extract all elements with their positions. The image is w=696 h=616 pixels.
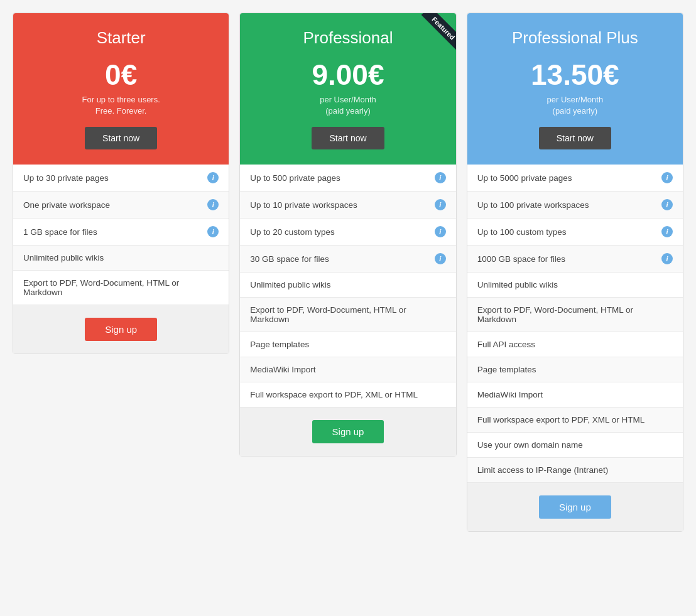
starter-features: Up to 30 private pages i One private wor… [13,165,229,305]
starter-feature-2: One private workspace i [13,192,229,219]
plus-feature-9-text: MediaWiki Import [477,390,673,399]
plus-feature-3: Up to 100 custom types i [467,219,683,246]
featured-badge-label: Featured [421,13,455,50]
plus-feature-1-text: Up to 5000 private pages [477,173,656,183]
info-icon-plus-4[interactable]: i [661,253,673,264]
starter-feature-5: Export to PDF, Word-Document, HTML or Ma… [13,271,229,305]
plus-feature-12-text: Limit access to IP-Range (Intranet) [477,465,673,475]
starter-feature-4-text: Unlimited public wikis [23,253,219,262]
professional-feature-4-text: 30 GB space for files [250,254,429,264]
professional-feature-7-text: Page templates [250,340,445,349]
plus-feature-11-text: Use your own domain name [477,440,673,450]
plan-professional-plus: Professional Plus 13.50€ per User/Month(… [467,13,683,532]
starter-header: Starter 0€ For up to three users.Free. F… [13,13,229,165]
starter-feature-2-text: One private workspace [23,200,202,210]
professional-period: per User/Month(paid yearly) [253,94,443,117]
starter-feature-5-text: Export to PDF, Word-Document, HTML or Ma… [23,278,219,297]
info-icon-2[interactable]: i [207,199,219,210]
plus-feature-4: 1000 GB space for files i [467,246,683,273]
plus-feature-7-text: Full API access [477,340,673,349]
professional-plus-features: Up to 5000 private pages i Up to 100 pri… [467,165,683,483]
starter-feature-3: 1 GB space for files i [13,219,229,246]
plus-feature-1: Up to 5000 private pages i [467,165,683,192]
starter-start-button[interactable]: Start now [85,127,157,149]
info-icon-plus-1[interactable]: i [661,172,673,183]
professional-feature-3: Up to 20 custom types i [240,219,455,246]
professional-plus-start-button[interactable]: Start now [539,127,611,149]
professional-plus-signup-button[interactable]: Sign up [539,495,611,519]
starter-plan-name: Starter [26,28,216,48]
plan-professional: Featured Professional 9.00€ per User/Mon… [239,13,456,457]
starter-feature-3-text: 1 GB space for files [23,227,202,237]
professional-start-button[interactable]: Start now [312,127,384,149]
plus-feature-7: Full API access [467,332,683,357]
professional-footer: Sign up [240,408,455,456]
professional-feature-6: Export to PDF, Word-Document, HTML or Ma… [240,298,455,332]
professional-feature-8: MediaWiki Import [240,357,455,382]
professional-plus-plan-name: Professional Plus [480,28,670,48]
plus-feature-2: Up to 100 private workspaces i [467,192,683,219]
plus-feature-2-text: Up to 100 private workspaces [477,200,656,210]
professional-feature-7: Page templates [240,332,455,357]
info-icon-pro-1[interactable]: i [435,172,446,183]
professional-feature-9-text: Full workspace export to PDF, XML or HTM… [250,390,445,399]
professional-feature-6-text: Export to PDF, Word-Document, HTML or Ma… [250,305,445,324]
plus-feature-6: Export to PDF, Word-Document, HTML or Ma… [467,298,683,332]
professional-plus-footer: Sign up [467,483,683,531]
starter-footer: Sign up [13,305,229,354]
plus-feature-10: Full workspace export to PDF, XML or HTM… [467,408,683,433]
plus-feature-12: Limit access to IP-Range (Intranet) [467,458,683,483]
plus-feature-5-text: Unlimited public wikis [477,280,673,289]
plus-feature-9: MediaWiki Import [467,382,683,408]
plus-feature-10-text: Full workspace export to PDF, XML or HTM… [477,415,673,424]
starter-feature-4: Unlimited public wikis [13,246,229,271]
professional-features: Up to 500 private pages i Up to 10 priva… [240,165,455,408]
plus-feature-6-text: Export to PDF, Word-Document, HTML or Ma… [477,305,673,324]
info-icon-1[interactable]: i [207,172,219,183]
professional-feature-9: Full workspace export to PDF, XML or HTM… [240,382,455,408]
professional-plus-period: per User/Month(paid yearly) [480,94,670,117]
professional-feature-4: 30 GB space for files i [240,246,455,273]
professional-feature-2-text: Up to 10 private workspaces [250,200,429,210]
info-icon-pro-2[interactable]: i [435,199,446,210]
info-icon-pro-3[interactable]: i [435,226,446,237]
plus-feature-5: Unlimited public wikis [467,273,683,298]
starter-price: 0€ [26,58,216,92]
starter-description: For up to three users.Free. Forever. [26,94,216,117]
pricing-container: Starter 0€ For up to three users.Free. F… [13,13,683,532]
professional-header: Featured Professional 9.00€ per User/Mon… [240,13,455,165]
professional-signup-button[interactable]: Sign up [312,420,384,443]
plus-feature-4-text: 1000 GB space for files [477,254,656,264]
professional-feature-1: Up to 500 private pages i [240,165,455,192]
info-icon-3[interactable]: i [207,226,219,237]
featured-badge: Featured [406,13,456,63]
professional-feature-1-text: Up to 500 private pages [250,173,429,183]
professional-feature-5: Unlimited public wikis [240,273,455,298]
professional-feature-2: Up to 10 private workspaces i [240,192,455,219]
professional-feature-8-text: MediaWiki Import [250,365,445,374]
info-icon-plus-2[interactable]: i [661,199,673,210]
info-icon-pro-4[interactable]: i [435,253,446,264]
info-icon-plus-3[interactable]: i [661,226,673,237]
plus-feature-8-text: Page templates [477,365,673,374]
plan-starter: Starter 0€ For up to three users.Free. F… [13,13,229,354]
plus-feature-3-text: Up to 100 custom types [477,227,656,237]
professional-feature-3-text: Up to 20 custom types [250,227,429,237]
professional-feature-5-text: Unlimited public wikis [250,280,445,289]
plus-feature-8: Page templates [467,357,683,382]
starter-feature-1-text: Up to 30 private pages [23,173,202,183]
professional-plus-header: Professional Plus 13.50€ per User/Month(… [467,13,683,165]
plus-feature-11: Use your own domain name [467,433,683,458]
professional-plus-price: 13.50€ [480,58,670,92]
starter-feature-1: Up to 30 private pages i [13,165,229,192]
starter-signup-button[interactable]: Sign up [85,318,157,341]
